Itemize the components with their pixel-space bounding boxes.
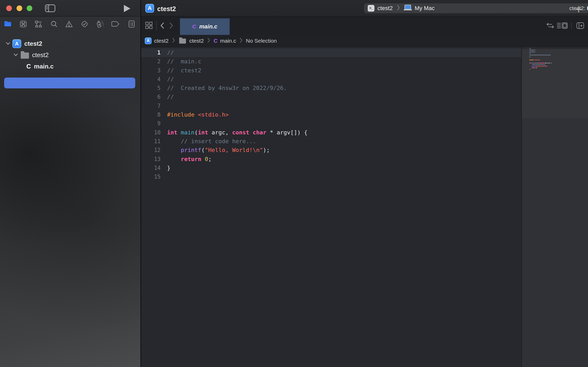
code-line-14: 14} [141, 164, 521, 172]
find-navigator-tab search-icon[interactable] [50, 20, 58, 28]
minimap-bar [532, 67, 535, 68]
breakpoint-navigator-tab tag-icon[interactable] [112, 20, 119, 28]
app-project-icon: A [12, 39, 21, 48]
minimap-bar [547, 66, 547, 67]
code-line-13: 13 return 0; [141, 155, 521, 164]
test-navigator-tab diamond-check-icon[interactable] [81, 20, 88, 28]
minimap-bar [529, 53, 531, 54]
code-text: // [167, 76, 174, 82]
disclosure-chevron-icon[interactable] [6, 41, 10, 46]
breadcrumb-file[interactable]: C main.c [214, 38, 236, 44]
line-number[interactable]: 15 [141, 172, 161, 181]
tab-main-c[interactable]: C main.c [180, 18, 230, 35]
run-destination[interactable]: My Mac [415, 5, 435, 12]
code-editor[interactable]: 1//2// main.c3// ctest24//5// Created by… [141, 47, 521, 367]
forward-chevron-icon[interactable] [169, 22, 173, 30]
scheme-name[interactable]: ctest2 [378, 5, 393, 12]
code-text: printf("Hello, World!\n"); [167, 147, 270, 153]
editor-tab-bar: C main.c [141, 17, 588, 35]
minimize-button[interactable] [17, 5, 22, 11]
debug-navigator-tab spray-icon[interactable] [96, 20, 104, 28]
tree-row-project[interactable]: A ctest2 [0, 38, 140, 49]
line-number[interactable]: 6 [141, 93, 161, 101]
code-line-1: 1// [141, 48, 521, 57]
tab-label: main.c [199, 23, 217, 30]
code-line-8: 8#include <stdio.h> [141, 110, 521, 119]
minimap-bar [536, 66, 547, 67]
chevron-right-icon [240, 38, 242, 44]
minimap-bar [532, 64, 545, 65]
line-number[interactable]: 1 [141, 48, 161, 57]
chevron-right-icon [207, 38, 210, 44]
breadcrumb-label: main.c [220, 38, 236, 44]
code-text: // [167, 49, 174, 56]
line-number[interactable]: 14 [141, 164, 161, 172]
code-text: } [167, 165, 170, 171]
code-text: // insert code here... [167, 138, 256, 144]
divider [571, 22, 572, 29]
jump-bar: A ctest2 ctest2 C main.c No Selection [141, 35, 588, 47]
add-editor-icon[interactable] [576, 22, 584, 30]
terminal-target-icon[interactable]: >_ [368, 5, 374, 12]
zoom-button[interactable] [27, 5, 32, 11]
breadcrumb-project[interactable]: A ctest2 [145, 37, 169, 44]
line-number[interactable]: 11 [141, 137, 161, 146]
code-line-7: 7 [141, 102, 521, 110]
breadcrumb-label: ctest2 [189, 38, 204, 44]
folder-icon [179, 39, 186, 44]
tree-item-label: main.c [34, 63, 54, 70]
minimap-bar [546, 63, 551, 64]
run-icon[interactable] [124, 5, 130, 12]
minimap-visible-region [522, 47, 588, 118]
minimap-bar [529, 63, 531, 64]
report-navigator-tab report-doc-icon[interactable] [128, 20, 135, 28]
issue-navigator-tab warning-triangle-icon[interactable] [65, 20, 73, 28]
minimap-bar [531, 63, 534, 64]
line-number[interactable]: 5 [141, 84, 161, 93]
breadcrumb-group[interactable]: ctest2 [178, 37, 204, 44]
library-add-icon[interactable] [575, 6, 582, 14]
folder-icon [21, 52, 29, 59]
breadcrumb-selection[interactable]: No Selection [246, 38, 277, 44]
project-navigator-tab folder-icon[interactable] [4, 20, 12, 28]
line-number[interactable]: 13 [141, 155, 161, 164]
sidebar-toggle-icon[interactable] [45, 4, 55, 12]
close-button[interactable] [6, 5, 12, 11]
line-number[interactable]: 2 [141, 57, 161, 66]
minimap-bar [534, 63, 536, 64]
code-text: #include <stdio.h> [167, 111, 229, 118]
c-file-icon: C [192, 24, 196, 30]
code-review-icon[interactable] [546, 23, 554, 29]
line-number[interactable]: 12 [141, 146, 161, 155]
breadcrumb-label: ctest2 [154, 38, 169, 44]
code-line-9: 9 [141, 119, 521, 128]
minimap-bar [530, 48, 531, 49]
sourcecontrol-navigator-tab square-x-icon[interactable] [19, 20, 27, 28]
chevron-right-icon [172, 38, 175, 44]
line-number[interactable]: 10 [141, 128, 161, 137]
code-text: // [167, 94, 174, 100]
toolbar-right: A ctest2 >_ ctest2 My Mac ctest2: Ready … [141, 0, 588, 17]
line-number[interactable]: 4 [141, 75, 161, 84]
minimap-bar [530, 69, 530, 70]
minimap-bar [536, 67, 537, 68]
my-mac-icon [403, 5, 412, 12]
line-number[interactable]: 3 [141, 66, 161, 75]
minimap[interactable] [521, 47, 588, 367]
minimap-bar [532, 66, 536, 67]
line-number[interactable]: 9 [141, 119, 161, 128]
sidebar-divider[interactable] [140, 0, 141, 367]
disclosure-chevron-icon[interactable] [13, 53, 18, 57]
line-number[interactable]: 7 [141, 102, 161, 110]
symbol-navigator-tab hierarchy-icon[interactable] [35, 20, 42, 28]
back-chevron-icon[interactable] [160, 22, 164, 30]
related-items-grid-icon[interactable] [145, 22, 153, 30]
xcode-window: A ctest2 >_ ctest2 My Mac ctest2: Ready … [0, 0, 588, 367]
divider [0, 16, 588, 17]
code-line-11: 11 // insert code here... [141, 137, 521, 146]
line-number[interactable]: 8 [141, 110, 161, 119]
tree-row-file-selected[interactable]: C main.c [0, 61, 140, 72]
code-line-5: 5// Created by 4nsw3r on 2022/9/26. [141, 84, 521, 93]
tree-row-group[interactable]: ctest2 [0, 50, 140, 60]
editor-options-icon[interactable] [557, 22, 568, 30]
